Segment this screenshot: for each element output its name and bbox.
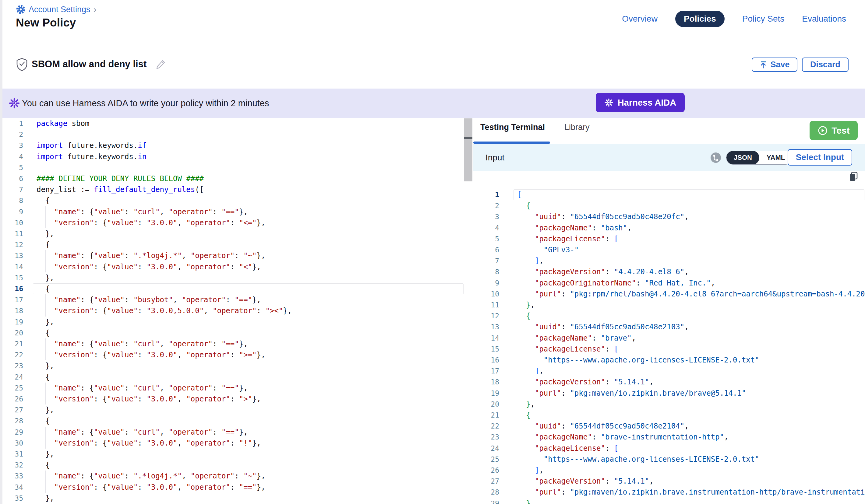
code-line[interactable]: 4 "packageName": "bash", — [473, 222, 865, 233]
line-number: 13 — [2, 250, 23, 261]
code-line[interactable]: 23 }, — [2, 360, 464, 371]
line-number: 35 — [2, 493, 23, 504]
code-line[interactable]: 32 { — [2, 459, 464, 470]
code-line[interactable]: 4import future.keywords.in — [2, 151, 464, 162]
code-line[interactable]: 10 "version": {"value": "3.0.0", "operat… — [2, 217, 464, 228]
tab-testing-terminal[interactable]: Testing Terminal — [480, 122, 545, 132]
code-line[interactable]: 5 — [2, 162, 464, 173]
code-line[interactable]: 31 }, — [2, 449, 464, 459]
code-line[interactable]: 7 ], — [473, 255, 865, 266]
code-line[interactable]: 9 "packageOriginatorName": "Red Hat, Inc… — [473, 278, 865, 289]
toggle-json[interactable]: JSON — [726, 151, 759, 165]
line-number: 28 — [473, 487, 499, 497]
code-line[interactable]: 20 }, — [473, 399, 865, 410]
code-line[interactable]: 9 "name": {"value": "curl", "operator": … — [2, 206, 464, 217]
pipeline-input-icon[interactable] — [710, 152, 721, 163]
discard-button[interactable]: Discard — [802, 58, 849, 72]
tab-policies[interactable]: Policies — [675, 11, 725, 27]
input-json-editor[interactable]: 1[2 {3 "uuid": "65544df05cc9ad50c48e20fc… — [473, 189, 865, 504]
code-line[interactable]: 11 }, — [473, 300, 865, 310]
code-line[interactable]: 24 { — [2, 372, 464, 383]
code-line[interactable]: 30 "version": {"value": "3.0.0", "operat… — [2, 438, 464, 449]
code-line[interactable]: 27 }, — [2, 405, 464, 415]
line-number: 8 — [473, 266, 499, 277]
code-line[interactable]: 35 }, — [2, 493, 464, 504]
code-line[interactable]: 18 "packageVersion": "5.14.1", — [473, 376, 865, 387]
copy-icon[interactable] — [849, 171, 858, 182]
code-line[interactable]: 21 { — [473, 410, 865, 421]
breadcrumb-link[interactable]: Account Settings — [28, 5, 91, 14]
code-line[interactable]: 19 "purl": "pkg:maven/io.zipkin.brave/br… — [473, 388, 865, 399]
code-line[interactable]: 34 "version": {"value": "3.0.0", "operat… — [2, 482, 464, 493]
breadcrumb-separator: › — [93, 4, 96, 15]
code-line[interactable]: 13 "name": {"value": ".*log4j.*", "opera… — [2, 250, 464, 261]
code-line[interactable]: 33 "name": {"value": ".*log4j.*", "opera… — [2, 470, 464, 481]
breadcrumb[interactable]: Account Settings › — [16, 4, 96, 15]
code-line[interactable]: 27 "packageVersion": "5.14.1", — [473, 476, 865, 487]
code-line[interactable]: 3import future.keywords.if — [2, 140, 464, 151]
code-line[interactable]: 17 ], — [473, 365, 865, 376]
line-number: 26 — [2, 394, 23, 405]
code-line[interactable]: 1[ — [473, 189, 865, 200]
code-line[interactable]: 5 "packageLicense": [ — [473, 233, 865, 244]
code-line[interactable]: 24 "packageLicense": [ — [473, 443, 865, 454]
tab-evaluations[interactable]: Evaluations — [802, 14, 846, 24]
line-number: 9 — [2, 206, 23, 217]
save-label: Save — [770, 60, 789, 69]
select-input-button[interactable]: Select Input — [788, 149, 852, 166]
code-line[interactable]: 12 { — [2, 239, 464, 250]
code-line[interactable]: 2 { — [473, 200, 865, 211]
code-line[interactable]: 6 "GPLv3-" — [473, 244, 865, 255]
code-line[interactable]: 10 "purl": "pkg:rpm/rhel/bash@4.4.20-4.e… — [473, 289, 865, 300]
code-line[interactable]: 16 { — [2, 283, 464, 294]
line-number: 19 — [473, 388, 499, 399]
line-number: 20 — [2, 327, 23, 338]
code-line[interactable]: 2 — [2, 129, 464, 140]
policy-code-editor[interactable]: 1package sbom23import future.keywords.if… — [2, 118, 464, 504]
code-line[interactable]: 26 ], — [473, 465, 865, 476]
code-line[interactable]: 13 "uuid": "65544df05cc9ad50c48e2103", — [473, 321, 865, 332]
line-number: 5 — [2, 162, 23, 173]
code-line[interactable]: 8 "packageVersion": "4.4.20-4.el8_6", — [473, 266, 865, 277]
policy-toolbar: SBOM allow and deny list Save Discard — [2, 40, 865, 89]
code-line[interactable]: 22 "uuid": "65544df05cc9ad50c48e2104", — [473, 421, 865, 432]
code-line[interactable]: 15 }, — [2, 272, 464, 283]
code-line[interactable]: 11 }, — [2, 228, 464, 239]
code-line[interactable]: 19 }, — [2, 317, 464, 327]
code-line[interactable]: 15 "packageLicense": [ — [473, 344, 865, 354]
code-line[interactable]: 29 "name": {"value": "curl", "operator":… — [2, 427, 464, 438]
code-line[interactable]: 14 "packageName": "brave", — [473, 333, 865, 344]
editor-scrollbar-thumb[interactable] — [464, 118, 472, 181]
code-line[interactable]: 12 { — [473, 310, 865, 321]
code-line[interactable]: 28 { — [2, 415, 464, 426]
code-line[interactable]: 28 "purl": "pkg:maven/io.zipkin.brave.in… — [473, 487, 865, 497]
code-line[interactable]: 25 "name": {"value": "curl", "operator":… — [2, 383, 464, 394]
code-line[interactable]: 22 "version": {"value": "3.0.0", "operat… — [2, 349, 464, 360]
code-line[interactable]: 7deny_list := fill_default_deny_rules([ — [2, 184, 464, 195]
code-line[interactable]: 23 "packageName": "brave-instrumentation… — [473, 432, 865, 443]
harness-aida-button[interactable]: Harness AIDA — [596, 93, 685, 112]
code-line[interactable]: 14 "version": {"value": "3.0.0", "operat… — [2, 261, 464, 272]
code-line[interactable]: 20 { — [2, 327, 464, 338]
line-number: 11 — [473, 300, 499, 310]
code-line[interactable]: 26 "version": {"value": "3.0.0", "operat… — [2, 394, 464, 405]
code-line[interactable]: 8 { — [2, 195, 464, 206]
code-line[interactable]: 18 "version": {"value": "3.0.0,5.0.0", "… — [2, 305, 464, 316]
line-number: 14 — [473, 333, 499, 344]
tab-library[interactable]: Library — [564, 122, 590, 132]
save-button[interactable]: Save — [752, 58, 797, 72]
code-line[interactable]: 1package sbom — [2, 118, 464, 129]
code-line[interactable]: 17 "name": {"value": "busybot", "operato… — [2, 294, 464, 305]
code-line[interactable]: 25 "https---www.apache.org-licenses-LICE… — [473, 454, 865, 465]
tab-overview[interactable]: Overview — [622, 14, 658, 24]
test-button[interactable]: Test — [810, 121, 858, 140]
code-line[interactable]: 6#### DEFINE YOUR DENY RULES BELOW #### — [2, 173, 464, 184]
edit-pencil-icon[interactable] — [155, 59, 166, 70]
code-line[interactable]: 29 }, — [473, 498, 865, 504]
code-line[interactable]: 3 "uuid": "65544df05cc9ad50c48e20fc", — [473, 211, 865, 222]
tab-policy-sets[interactable]: Policy Sets — [742, 14, 785, 24]
line-number: 21 — [473, 410, 499, 421]
toggle-yaml[interactable]: YAML — [759, 151, 792, 165]
code-line[interactable]: 21 "name": {"value": "curl", "operator":… — [2, 338, 464, 349]
code-line[interactable]: 16 "https---www.apache.org-licenses-LICE… — [473, 354, 865, 365]
